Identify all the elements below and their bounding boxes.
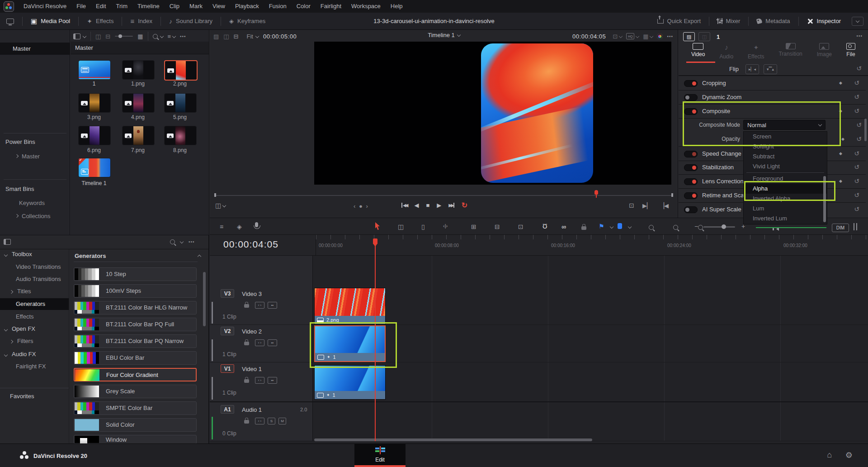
track-v2-number[interactable]: V2 <box>221 327 234 335</box>
metadata-button[interactable]: Metadata <box>750 13 796 29</box>
menu-workspace[interactable]: Workspace <box>346 0 386 13</box>
media-clip-thumb[interactable] <box>122 126 155 145</box>
sidebar-item-effects[interactable]: Effects <box>16 313 34 320</box>
reset-icon[interactable]: ↺ <box>854 163 859 171</box>
track-v2-name[interactable]: Video 2 <box>242 328 262 335</box>
dropdown-item-alpha[interactable]: Alpha <box>744 184 827 194</box>
menu-view[interactable]: View <box>208 0 230 13</box>
speed-change-toggle[interactable] <box>684 151 698 157</box>
menu-fairlight[interactable]: Fairlight <box>316 0 346 13</box>
menu-playback[interactable]: Playback <box>230 0 264 13</box>
mute-button[interactable]: M <box>278 418 286 424</box>
quick-export-button[interactable]: Quick Export <box>651 13 707 29</box>
section-dynamic-zoom[interactable]: Dynamic Zoom ↺ <box>679 90 866 105</box>
track-v3-name[interactable]: Video 3 <box>242 291 262 297</box>
index-button[interactable]: ≡Index <box>124 13 159 29</box>
menu-fusion[interactable]: Fusion <box>264 0 292 13</box>
smart-bin-collections[interactable]: Collections <box>15 213 51 219</box>
lens-correction-toggle[interactable] <box>684 178 698 185</box>
image-options-icon[interactable]: ▦ <box>643 33 648 40</box>
home-icon[interactable]: ⌂ <box>827 450 832 460</box>
scrub-end-handle[interactable] <box>671 193 673 197</box>
flip-vertical-button[interactable]: ▾▔▴ <box>764 64 777 74</box>
panel-collapse-button[interactable] <box>852 17 863 26</box>
media-clip-label[interactable]: 6.png <box>78 147 110 153</box>
play-button[interactable]: ▶ <box>437 202 441 209</box>
app-logo-icon[interactable] <box>4 1 14 12</box>
section-cropping[interactable]: Cropping ◆ ↺ <box>679 76 866 91</box>
media-clip-label[interactable]: 1.png <box>122 81 154 87</box>
generator-smpte-color-bar[interactable]: SMPTE Color Bar <box>74 401 197 415</box>
menu-trim[interactable]: Trim <box>111 0 133 13</box>
keyframe-icon[interactable]: ◆ <box>839 109 842 113</box>
selection-mode-icon[interactable] <box>374 222 381 231</box>
mixer-button[interactable]: Mixer <box>711 13 746 29</box>
effects-options-icon[interactable]: ••• <box>189 239 195 244</box>
track-v3-number[interactable]: V3 <box>221 289 234 298</box>
image-inspector-icon[interactable]: ▨ <box>683 32 695 41</box>
inspector-tab-video[interactable]: Video <box>691 43 705 64</box>
menu-edit[interactable]: Edit <box>91 0 111 13</box>
media-clip-thumb[interactable] <box>78 126 111 145</box>
dropdown-item-lum[interactable]: Lum <box>744 204 827 214</box>
menu-mark[interactable]: Mark <box>184 0 208 13</box>
zoom-out-icon[interactable]: − <box>694 223 698 230</box>
sidebar-item-generators[interactable]: Generators <box>0 298 69 310</box>
track-lock-icon[interactable] <box>244 420 249 424</box>
sound-library-button[interactable]: ♪Sound Library <box>163 13 219 29</box>
media-clip-label[interactable]: 3.png <box>78 114 110 120</box>
marker-icon[interactable] <box>618 223 622 229</box>
retime-toggle[interactable] <box>684 192 698 199</box>
solo-button[interactable]: S <box>268 418 275 424</box>
search-icon[interactable] <box>153 34 158 39</box>
media-timeline-thumb[interactable]: ✓ <box>78 158 111 177</box>
dropdown-item-vivid-light[interactable]: Vivid Light <box>744 162 827 172</box>
auto-select-icon[interactable]: ‹ › <box>255 302 264 309</box>
play-reverse-button[interactable]: ◀ <box>414 202 419 209</box>
keyframe-icon[interactable]: ◆ <box>839 179 842 183</box>
cropping-toggle[interactable] <box>684 80 698 87</box>
dropdown-scrollbar[interactable] <box>823 176 826 222</box>
reset-icon[interactable]: ↺ <box>856 135 862 143</box>
insert-clip-icon[interactable]: ⊞ <box>471 223 476 230</box>
flag-icon[interactable]: ⚑ <box>599 223 604 230</box>
media-clip-label[interactable]: 5.png <box>164 114 196 120</box>
prev-clip-icon[interactable]: ▕◀ <box>660 202 669 209</box>
reset-icon[interactable]: ↺ <box>856 65 862 72</box>
filmstrip-view-icon[interactable]: ⊟ <box>105 33 110 40</box>
sidebar-item-favorites[interactable]: Favorites <box>10 393 34 400</box>
track-lock-icon[interactable] <box>244 342 249 345</box>
dropdown-item-softlight[interactable]: Softlight <box>744 142 827 152</box>
inspector-options-icon[interactable]: ••• <box>856 33 863 38</box>
reset-icon[interactable]: ↺ <box>854 150 859 157</box>
track-v1-name[interactable]: Video 1 <box>242 366 262 372</box>
sidebar-item-toolbox[interactable]: Toolbox <box>5 251 32 257</box>
enable-track-icon[interactable]: ▪▪ <box>268 377 277 384</box>
link-clips-icon[interactable]: ∞ <box>561 223 566 230</box>
enable-track-icon[interactable]: ▪▪ <box>268 339 277 346</box>
playhead-line[interactable] <box>375 246 376 441</box>
stop-button[interactable]: ■ <box>426 202 429 209</box>
media-timeline-label[interactable]: Timeline 1 <box>78 180 110 186</box>
reset-icon[interactable]: ↺ <box>854 79 859 86</box>
track-a1-number[interactable]: A1 <box>221 405 234 414</box>
menu-file[interactable]: File <box>71 0 91 13</box>
scrub-start-handle[interactable] <box>214 193 216 197</box>
effects-search-icon[interactable] <box>170 239 175 244</box>
generator-bt2111-hlg-narrow[interactable]: BT.2111 Color Bar HLG Narrow <box>74 301 197 315</box>
inspector-tab-transition[interactable]: Transition <box>778 43 802 64</box>
bin-list-toggle-icon[interactable] <box>73 33 80 39</box>
stabilization-toggle[interactable] <box>684 164 698 171</box>
sort-icon[interactable]: ≡ <box>168 33 171 40</box>
inspector-tab-audio[interactable]: ♪Audio <box>719 43 733 64</box>
reset-icon[interactable]: ↺ <box>856 121 862 129</box>
keyframe-icon[interactable]: ◆ <box>839 151 842 156</box>
media-clip-label[interactable]: 1 <box>78 81 110 87</box>
menu-help[interactable]: Help <box>386 0 408 13</box>
collapse-generators-icon[interactable] <box>198 255 201 258</box>
inspector-scrollbar[interactable] <box>864 119 867 141</box>
overwrite-clip-icon[interactable]: ⊟ <box>495 223 500 230</box>
menu-app[interactable]: DaVinci Resolve <box>19 0 71 13</box>
media-clip-thumb[interactable] <box>164 93 197 113</box>
viewer-options-icon[interactable]: ••• <box>667 34 673 39</box>
